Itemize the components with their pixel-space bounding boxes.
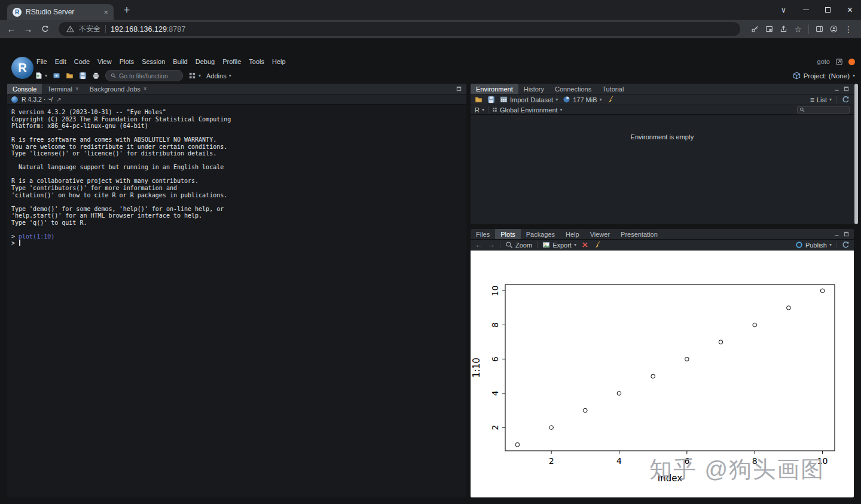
security-label[interactable]: 不安全: [79, 24, 100, 34]
open-file-icon[interactable]: [66, 72, 74, 80]
share-icon[interactable]: [780, 25, 787, 33]
url-port: :8787: [167, 25, 185, 33]
menu-edit[interactable]: Edit: [52, 58, 69, 65]
console-line: [11, 130, 462, 137]
addins-button[interactable]: Addins ▾: [206, 72, 231, 80]
environment-scrollbar[interactable]: [854, 84, 858, 224]
next-plot-button[interactable]: →: [487, 241, 495, 249]
svg-text:4: 4: [616, 456, 622, 466]
export-button[interactable]: Export ▾: [542, 241, 576, 249]
print-icon[interactable]: [92, 72, 100, 80]
extension-box-icon[interactable]: [765, 25, 773, 33]
tab-connections[interactable]: Connections: [549, 84, 597, 94]
pane-layout-button[interactable]: ▾: [188, 72, 201, 80]
publish-button[interactable]: Publish ▾: [795, 241, 832, 249]
remove-plot-icon[interactable]: [581, 241, 589, 249]
menu-build[interactable]: Build: [170, 58, 190, 65]
minimize-pane-icon[interactable]: [834, 86, 839, 91]
import-dataset-button[interactable]: Import Dataset ▾: [500, 96, 558, 103]
tab-viewer[interactable]: Viewer: [585, 229, 615, 239]
console-line: [11, 226, 462, 233]
list-view-button[interactable]: ≡ List ▾: [810, 96, 832, 103]
update-notification-icon[interactable]: [848, 59, 855, 65]
browser-tab-title: RStudio Server: [26, 8, 99, 16]
new-file-button[interactable]: ▾: [35, 72, 47, 80]
new-project-icon[interactable]: [53, 72, 60, 80]
refresh-plot-icon[interactable]: [842, 241, 850, 249]
address-bar[interactable]: 不安全 192.168.136.129:8787: [59, 22, 740, 36]
console-input-line[interactable]: >: [11, 240, 462, 247]
maximize-pane-icon[interactable]: [456, 86, 462, 91]
password-key-icon[interactable]: [751, 25, 759, 33]
tab-label: Tutorial: [602, 85, 624, 93]
grid-icon: [188, 72, 196, 80]
menu-help[interactable]: Help: [269, 58, 289, 65]
maximize-pane-icon[interactable]: [844, 231, 849, 237]
tab-plots[interactable]: Plots: [495, 229, 520, 239]
save-workspace-icon[interactable]: [487, 96, 495, 103]
tab-label: History: [524, 85, 544, 93]
menu-code[interactable]: Code: [71, 58, 93, 65]
tab-help[interactable]: Help: [560, 229, 585, 239]
window-close-button[interactable]: ×: [839, 0, 861, 20]
clear-all-plots-broom-icon[interactable]: [594, 241, 602, 249]
menu-session[interactable]: Session: [139, 58, 168, 65]
tab-label: Help: [566, 231, 579, 238]
tab-history[interactable]: History: [518, 84, 549, 94]
tab-terminal[interactable]: Terminal×: [42, 84, 84, 94]
reload-button[interactable]: [37, 22, 53, 37]
tab-close-icon[interactable]: ×: [103, 8, 108, 16]
memory-usage-button[interactable]: 177 MiB ▾: [563, 96, 602, 103]
goto-label[interactable]: goto: [817, 58, 830, 65]
profile-avatar-icon[interactable]: [830, 25, 838, 33]
close-tab-icon[interactable]: ×: [144, 85, 147, 92]
console-output[interactable]: R version 4.3.2 (2023-10-31) -- "Eye Hol…: [7, 105, 466, 497]
window-minimize-button[interactable]: [795, 0, 817, 20]
minimize-pane-icon[interactable]: [834, 231, 839, 237]
zoom-button[interactable]: Zoom: [505, 241, 532, 249]
save-icon[interactable]: [79, 72, 87, 80]
load-workspace-icon[interactable]: [475, 96, 483, 103]
tab-console[interactable]: Console: [7, 84, 42, 94]
environment-tab-strip: EnvironmentHistoryConnectionsTutorial: [471, 84, 854, 94]
back-button[interactable]: ←: [4, 22, 19, 37]
menu-tools[interactable]: Tools: [246, 58, 267, 65]
r-language-selector[interactable]: R ▾: [475, 106, 484, 114]
new-tab-button[interactable]: +: [120, 4, 133, 17]
close-tab-icon[interactable]: ×: [75, 85, 79, 92]
menu-profile[interactable]: Profile: [219, 58, 244, 65]
tab-environment[interactable]: Environment: [471, 84, 518, 94]
clear-environment-broom-icon[interactable]: [607, 96, 615, 103]
svg-text:4: 4: [490, 390, 500, 396]
project-selector[interactable]: Project: (None) ▾: [793, 68, 855, 83]
menu-view[interactable]: View: [94, 58, 115, 65]
kebab-menu-icon[interactable]: ⋮: [844, 25, 853, 33]
popout-icon[interactable]: ↗: [56, 96, 61, 103]
svg-text:1:10: 1:10: [471, 358, 482, 378]
goto-file-input[interactable]: Go to file/function: [105, 70, 183, 81]
refresh-environment-icon[interactable]: [842, 96, 850, 103]
window-maximize-button[interactable]: [817, 0, 839, 20]
goto-icon[interactable]: [835, 58, 843, 66]
forward-button[interactable]: →: [20, 22, 36, 37]
tab-packages[interactable]: Packages: [521, 229, 560, 239]
environment-scope-selector[interactable]: Global Environment ▾: [492, 106, 563, 114]
side-panel-icon[interactable]: [816, 25, 823, 33]
previous-plot-button[interactable]: ←: [475, 241, 483, 249]
tab-background-jobs[interactable]: Background Jobs×: [84, 84, 152, 94]
maximize-pane-icon[interactable]: [844, 86, 849, 91]
tab-search-chevron-icon[interactable]: ∨: [773, 0, 795, 20]
environment-search-input[interactable]: [797, 106, 850, 114]
project-cube-icon: [793, 72, 801, 80]
menu-debug[interactable]: Debug: [193, 58, 218, 65]
menu-plots[interactable]: Plots: [117, 58, 137, 65]
menu-file[interactable]: File: [33, 58, 50, 65]
omnibox-divider: [105, 25, 106, 33]
console-line: Platform: x86_64-pc-linux-gnu (64-bit): [11, 123, 462, 130]
browser-tab[interactable]: R RStudio Server ×: [7, 4, 114, 20]
tab-tutorial[interactable]: Tutorial: [597, 84, 629, 94]
tab-files[interactable]: Files: [471, 229, 495, 239]
tab-presentation[interactable]: Presentation: [615, 229, 663, 239]
bookmark-star-icon[interactable]: ☆: [794, 25, 802, 33]
svg-text:2: 2: [549, 456, 554, 466]
